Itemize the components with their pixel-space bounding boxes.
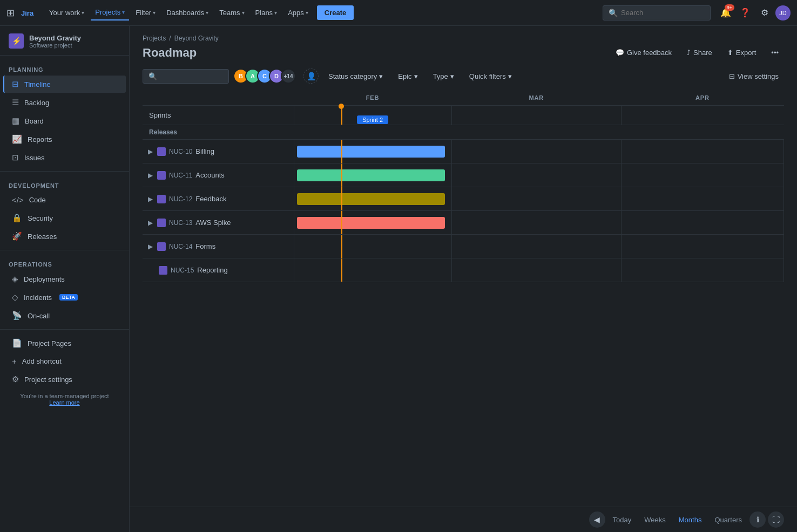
avatar[interactable]: JD	[775, 5, 791, 21]
sidebar-item-board[interactable]: ▦ Board	[3, 112, 126, 129]
expand-button[interactable]: ▶	[147, 147, 154, 156]
avatar-count[interactable]: +14	[281, 69, 296, 84]
empty-cell	[621, 187, 784, 211]
sidebar-item-security[interactable]: 🔒 Security	[3, 209, 126, 227]
backlog-icon: ☰	[12, 98, 19, 107]
expand-button[interactable]: ▶	[147, 242, 154, 251]
gantt-bar-awsspike[interactable]	[297, 217, 445, 229]
sidebar-item-label: Security	[28, 214, 53, 222]
app-grid-icon[interactable]: ⊞	[6, 7, 15, 19]
gantt-bar-accounts[interactable]	[297, 169, 445, 181]
nav-filter[interactable]: Filter ▾	[131, 5, 160, 20]
nav-projects[interactable]: Projects ▾	[91, 5, 129, 21]
sidebar-item-label: Incidents	[24, 294, 52, 302]
today-button[interactable]: Today	[607, 513, 637, 527]
sidebar-item-timeline[interactable]: ⊟ Timeline	[3, 76, 126, 93]
feb-col-header: FEB	[294, 90, 451, 106]
share-icon: ⤴	[687, 49, 691, 57]
issue-icon	[157, 195, 166, 203]
pages-icon: 📄	[12, 338, 22, 348]
weeks-button[interactable]: Weeks	[639, 513, 671, 527]
export-icon: ⬆	[727, 49, 733, 57]
quarters-button[interactable]: Quarters	[709, 513, 747, 527]
chevron-down-icon: ▾	[306, 10, 308, 16]
empty-cell	[621, 235, 784, 258]
months-button[interactable]: Months	[673, 513, 707, 527]
create-button[interactable]: Create	[317, 5, 354, 20]
deployments-icon: ◈	[12, 274, 18, 284]
export-button[interactable]: ⬆ Export	[722, 45, 762, 60]
sidebar-item-project-settings[interactable]: ⚙ Project settings	[3, 371, 126, 388]
table-row: ▶ NUC-13 AWS Spike	[143, 211, 784, 235]
app-body: ⚡ Beyond Gravity Software project PLANNI…	[0, 26, 797, 532]
footer-learn-more[interactable]: Learn more	[49, 399, 79, 406]
breadcrumb-projects[interactable]: Projects	[143, 35, 166, 42]
avatar-group[interactable]: B A C D +14	[233, 69, 296, 84]
gantt-bar-billing[interactable]	[297, 146, 445, 158]
sidebar-item-add-shortcut[interactable]: + Add shortcut	[3, 353, 126, 370]
search-input[interactable]	[621, 9, 697, 17]
board-icon: ▦	[12, 116, 19, 126]
toolbar-search[interactable]: 🔍	[143, 69, 229, 84]
sprints-label: Sprints	[143, 111, 177, 119]
sidebar-item-backlog[interactable]: ☰ Backlog	[3, 94, 126, 111]
sidebar-project[interactable]: ⚡ Beyond Gravity Software project	[0, 26, 129, 56]
sidebar-item-reports[interactable]: 📈 Reports	[3, 131, 126, 148]
epic-filter[interactable]: Epic ▾	[393, 70, 423, 83]
status-category-filter[interactable]: Status category ▾	[323, 70, 388, 83]
give-feedback-button[interactable]: 💬 Give feedback	[610, 45, 677, 60]
fullscreen-button[interactable]: ⛶	[768, 511, 784, 528]
sidebar-item-deployments[interactable]: ◈ Deployments	[3, 270, 126, 288]
more-actions-button[interactable]: •••	[766, 45, 784, 60]
page-title-row: Roadmap 💬 Give feedback ⤴ Share ⬆ Export	[143, 45, 784, 60]
current-time-line	[341, 258, 342, 282]
chevron-down-icon: ▾	[242, 10, 245, 16]
nav-teams[interactable]: Teams ▾	[215, 5, 248, 20]
code-icon: </>	[12, 195, 24, 204]
expand-button[interactable]: ▶	[147, 218, 154, 228]
person-filter-button[interactable]: 👤	[303, 69, 319, 84]
notifications-button[interactable]: 🔔 9+	[717, 4, 734, 22]
settings-button[interactable]: ⚙	[756, 4, 773, 22]
apr-col-header: APR	[621, 90, 784, 106]
row-label-cell: NUC-15 Reporting	[143, 258, 294, 282]
jira-logo[interactable]: Jira	[21, 9, 43, 17]
releases-section-label: Releases	[149, 128, 177, 136]
issue-id: NUC-13	[169, 219, 192, 227]
sidebar-divider-2	[0, 250, 129, 250]
expand-button[interactable]: ▶	[147, 194, 154, 204]
sidebar-item-label: Reports	[28, 135, 52, 144]
sidebar-item-oncall[interactable]: 📡 On-call	[3, 307, 126, 324]
nav-plans[interactable]: Plans ▾	[251, 5, 282, 20]
sidebar-item-incidents[interactable]: ◇ Incidents BETA	[3, 289, 126, 306]
search-box[interactable]: 🔍	[603, 5, 711, 21]
info-button[interactable]: ℹ	[749, 511, 766, 528]
sidebar-item-issues[interactable]: ⊡ Issues	[3, 149, 126, 166]
breadcrumb-project[interactable]: Beyond Gravity	[174, 35, 219, 42]
expand-button[interactable]: ▶	[147, 170, 154, 180]
nav-your-work[interactable]: Your work ▾	[45, 5, 89, 20]
sidebar-item-project-pages[interactable]: 📄 Project Pages	[3, 335, 126, 352]
quick-filters[interactable]: Quick filters ▾	[464, 70, 517, 83]
svg-text:Jira: Jira	[21, 9, 34, 17]
view-settings-button[interactable]: ⊟ View settings	[724, 70, 784, 83]
nav-dashboards[interactable]: Dashboards ▾	[162, 5, 213, 20]
row-label-cell: ▶ NUC-14 Forms	[143, 235, 294, 258]
help-button[interactable]: ❓	[737, 4, 754, 22]
empty-cell	[621, 163, 784, 187]
search-icon: 🔍	[148, 72, 157, 80]
nav-apps[interactable]: Apps ▾	[283, 5, 313, 20]
issue-id: NUC-12	[169, 195, 192, 203]
chevron-down-icon: ▾	[274, 10, 277, 16]
share-button[interactable]: ⤴ Share	[681, 45, 718, 60]
sidebar-item-label: Project settings	[24, 376, 72, 384]
issue-icon	[157, 242, 166, 251]
search-input[interactable]	[160, 72, 225, 80]
settings-icon: ⚙	[12, 374, 19, 384]
gantt-bar-cell-feedback	[294, 187, 451, 211]
sidebar-item-code[interactable]: </> Code	[3, 192, 126, 208]
prev-period-button[interactable]: ◀	[589, 511, 605, 528]
type-filter[interactable]: Type ▾	[428, 70, 460, 83]
gantt-bar-feedback[interactable]	[297, 193, 445, 205]
sidebar-item-releases[interactable]: 🚀 Releases	[3, 228, 126, 245]
